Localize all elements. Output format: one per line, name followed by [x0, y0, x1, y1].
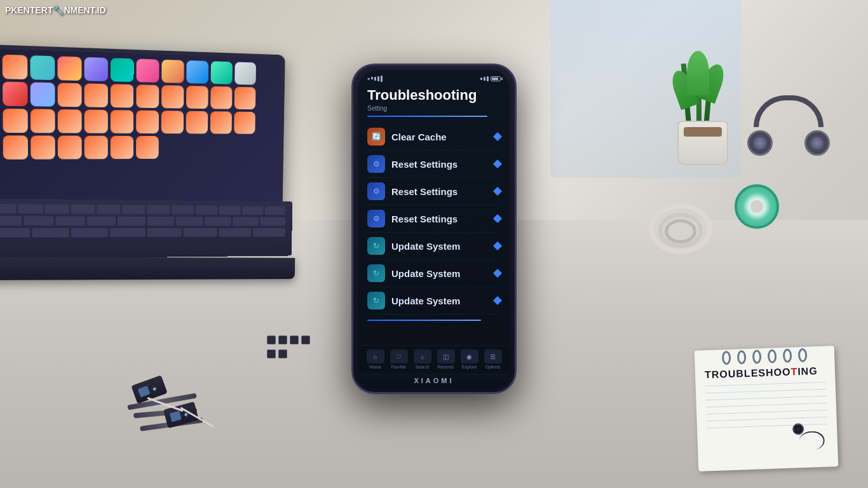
- phone-container: ▾: [351, 64, 517, 394]
- reset-3-arrow: [493, 214, 502, 223]
- nav-item-options[interactable]: ☰ Options: [484, 349, 502, 369]
- update-1-label: Update System: [391, 241, 494, 252]
- nav-item-explore[interactable]: ◉ Explore: [461, 349, 478, 369]
- tape-hole: [750, 200, 763, 213]
- app-icon: [161, 111, 184, 133]
- reset-2-label: Reset Settings: [391, 186, 494, 197]
- wifi-icon: ▾: [367, 76, 370, 82]
- app-icon: [136, 58, 159, 82]
- app-icon: [85, 57, 108, 81]
- notepad-line: [705, 396, 826, 401]
- update-3-arrow: [493, 296, 502, 305]
- nav-item-home[interactable]: ⌂ Home: [367, 349, 384, 369]
- notepad-line: [705, 389, 826, 394]
- nav-icon-search: ⌕: [414, 349, 431, 363]
- plant-soil: [684, 127, 722, 137]
- notepad-title: TROUBLESHOOTING: [705, 365, 826, 381]
- app-icon: [186, 60, 208, 84]
- menu-item-update-2[interactable]: ↻ Update System: [367, 260, 501, 287]
- chip-6: [278, 349, 287, 358]
- chip-1: [267, 336, 276, 344]
- notepad-title-part1: TROUBLESHOO: [705, 367, 791, 381]
- app-icon: [30, 55, 55, 80]
- nav-icon-recents: ◫: [437, 349, 455, 363]
- notepad-line: [707, 417, 827, 422]
- reset-2-arrow: [493, 187, 502, 196]
- menu-list: 🔄 Clear Cache ⚙ Reset Settings ⚙ Reset S…: [367, 123, 501, 315]
- nav-item-recents[interactable]: ◫ Recents: [437, 349, 455, 369]
- plant-pot: [677, 121, 728, 165]
- watermark-accent: 🔧: [53, 5, 64, 15]
- menu-item-reset-3[interactable]: ⚙ Reset Settings: [367, 205, 501, 233]
- spiral-ring-3: [752, 349, 762, 363]
- laptop: [0, 51, 318, 292]
- signal-bar-1: [371, 77, 373, 79]
- signal-bar-4: [381, 76, 383, 82]
- phone-bottom-nav: ⌂ Home ♡ Fav/Me ⌕ Search ◫ Recents: [358, 345, 510, 373]
- bottom-progress-bar: [367, 320, 481, 321]
- volume-down-button: [351, 148, 353, 167]
- battery-icon: [491, 76, 501, 81]
- app-icon: [85, 83, 108, 107]
- nav-item-fav[interactable]: ♡ Fav/Me: [390, 349, 408, 369]
- spiral-ring-4: [768, 349, 777, 363]
- menu-item-reset-1[interactable]: ⚙ Reset Settings: [367, 151, 501, 178]
- reset-1-arrow: [493, 159, 502, 168]
- chip-4: [301, 336, 310, 344]
- clear-cache-label: Clear Cache: [391, 132, 494, 142]
- reset-1-icon: ⚙: [367, 155, 385, 173]
- update-2-label: Update System: [391, 268, 494, 279]
- app-icon: [161, 60, 184, 83]
- reset-3-label: Reset Settings: [391, 214, 494, 224]
- nav-label-search: Search: [415, 365, 429, 369]
- watermark-text: PKENTERT🔧NMENT.ID: [5, 5, 106, 15]
- app-icon: [234, 112, 255, 134]
- notepad-lines: [705, 382, 827, 429]
- phone[interactable]: ▾: [351, 64, 517, 394]
- reset-1-label: Reset Settings: [391, 159, 494, 170]
- chip-2: [278, 336, 287, 344]
- clear-cache-icon: 🔄: [367, 128, 385, 146]
- phone-brand: XIAOMI: [358, 373, 510, 387]
- nav-label-options: Options: [485, 365, 500, 369]
- net-bar-3: [487, 76, 489, 81]
- battery-fill: [492, 78, 498, 80]
- app-icon: [234, 87, 256, 110]
- top-progress-bar: [367, 116, 487, 117]
- menu-item-reset-2[interactable]: ⚙ Reset Settings: [367, 178, 501, 205]
- app-icon: [58, 83, 82, 107]
- app-icon: [211, 61, 233, 84]
- power-button: [515, 129, 517, 154]
- notepad-title-part2: ING: [797, 365, 818, 377]
- menu-item-clear-cache[interactable]: 🔄 Clear Cache: [367, 123, 501, 151]
- plant: [665, 38, 741, 165]
- app-icon: [3, 55, 28, 79]
- network-signal: [480, 76, 489, 81]
- app-icon: [3, 109, 28, 133]
- small-components: [267, 336, 318, 361]
- update-3-label: Update System: [391, 295, 494, 306]
- notepad-line: [706, 410, 827, 415]
- headphone-ear-left: [747, 130, 773, 156]
- phone-screen-subtitle: Setting: [367, 105, 501, 112]
- app-icon: [136, 111, 159, 133]
- earphone-bud-notepad: [792, 423, 804, 435]
- app-icon: [186, 111, 208, 134]
- net-bar-2: [484, 77, 485, 81]
- nav-label-explore: Explore: [462, 365, 477, 369]
- usb-area: ✦ ✦: [127, 336, 286, 437]
- app-icon: [210, 111, 232, 133]
- reset-2-icon: ⚙: [367, 182, 385, 200]
- background-scene: ✦ ✦: [0, 0, 868, 488]
- app-icon: [111, 136, 133, 159]
- menu-item-update-3[interactable]: ↻ Update System: [367, 287, 501, 315]
- nav-item-search[interactable]: ⌕ Search: [414, 349, 431, 369]
- volume-up-button: [351, 123, 353, 142]
- status-right: [480, 76, 501, 81]
- menu-item-update-1[interactable]: ↻ Update System: [367, 233, 501, 260]
- earphone-on-notepad: [792, 422, 832, 455]
- spiral-ring-6: [798, 348, 808, 362]
- nav-icon-fav: ♡: [390, 349, 408, 363]
- tape-roll: [735, 184, 779, 229]
- app-icon: [161, 85, 184, 109]
